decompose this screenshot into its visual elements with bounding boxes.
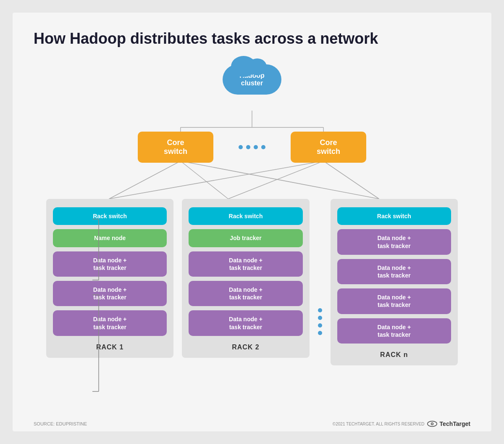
rack2-rack-switch: Rack switch	[189, 207, 302, 225]
footer-copyright: ©2021 TECHTARGET. ALL RIGHTS RESERVED	[333, 422, 425, 426]
svg-line-8	[109, 161, 324, 199]
main-container: How Hadoop distributes tasks across a ne…	[13, 13, 491, 431]
footer-right: ©2021 TECHTARGET. ALL RIGHTS RESERVED Te…	[333, 420, 470, 427]
rack2-data-node-1: Data node +task tracker	[189, 251, 302, 277]
svg-line-9	[228, 161, 323, 199]
rack-separator-dots	[318, 199, 322, 335]
racks-container: Rack switch Name node Data node +task tr…	[46, 199, 458, 365]
rackn-rack-switch: Rack switch	[337, 207, 451, 225]
cloud-label: Hadoopcluster	[223, 64, 281, 95]
svg-line-7	[181, 161, 228, 199]
rack2-data-node-2: Data node +task tracker	[189, 281, 302, 306]
rack-dot-3	[318, 323, 322, 328]
rack1-name-node: Name node	[53, 229, 167, 247]
footer-source: SOURCE: EDUPRISTINE	[34, 421, 87, 426]
rackn-data-node-4: Data node +task tracker	[337, 318, 451, 344]
rack2-label: RACK 2	[232, 344, 260, 351]
hadoop-cluster-cloud: Hadoopcluster	[223, 64, 281, 95]
dot-4	[261, 145, 265, 149]
rackn-data-node-2: Data node +task tracker	[337, 259, 451, 284]
core-switches-row: Core switch Core switch	[34, 132, 470, 163]
techtarget-brand: TechTarget	[440, 420, 470, 427]
rack-1: Rack switch Name node Data node +task tr…	[46, 199, 173, 358]
rack2-data-node-3: Data node +task tracker	[189, 310, 302, 336]
dot-2	[246, 145, 250, 149]
dot-1	[239, 145, 243, 149]
rack1-label: RACK 1	[96, 344, 124, 351]
rackn-label: RACK n	[380, 351, 408, 359]
rackn-data-node-3: Data node +task tracker	[337, 288, 451, 314]
svg-line-6	[109, 161, 181, 199]
rack1-data-node-2: Data node +task tracker	[53, 281, 167, 306]
svg-line-10	[323, 161, 379, 199]
rack1-data-node-3: Data node +task tracker	[53, 310, 167, 336]
rack-n: Rack switch Data node +task tracker Data…	[331, 199, 458, 365]
rack-dot-4	[318, 331, 322, 335]
rack1-data-node-1: Data node +task tracker	[53, 251, 167, 277]
footer: SOURCE: EDUPRISTINE ©2021 TECHTARGET. AL…	[34, 420, 470, 427]
rack-dot-1	[318, 308, 322, 312]
svg-point-20	[431, 423, 433, 424]
rack2-job-tracker: Job tracker	[189, 229, 302, 247]
core-switch-1: Core switch	[138, 132, 213, 163]
rackn-data-node-1: Data node +task tracker	[337, 229, 451, 254]
svg-line-11	[181, 161, 379, 199]
core-dots	[239, 145, 265, 149]
dot-3	[254, 145, 258, 149]
techtarget-eye-icon	[427, 420, 437, 427]
cloud-text: Hadoopcluster	[239, 72, 265, 87]
core-switch-2: Core switch	[291, 132, 366, 163]
rack1-rack-switch: Rack switch	[53, 207, 167, 225]
page-title: How Hadoop distributes tasks across a ne…	[34, 29, 470, 48]
rack-dot-2	[318, 316, 322, 320]
diagram: Hadoopcluster Core switch Core switch Pr…	[34, 60, 470, 396]
rack-2: Rack switch Job tracker Data node +task …	[182, 199, 309, 358]
